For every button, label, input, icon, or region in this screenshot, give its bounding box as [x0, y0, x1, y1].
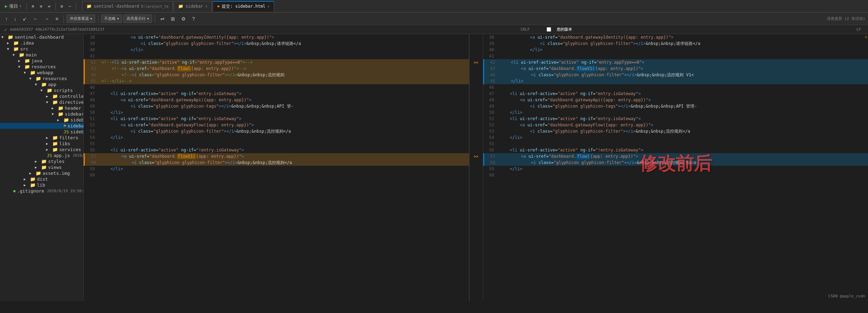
resources2-label: resources	[43, 76, 67, 81]
diff-pane-left[interactable]: 38 <a ui-sref="dashboard.gatewayIdentity…	[84, 34, 469, 301]
sidebar-item-gitignore[interactable]: ▶ ● .gitignore 2020/8/19 19:50:	[0, 188, 83, 194]
libs-arrow: ▶	[46, 142, 51, 146]
sidebar-item-dist[interactable]: ▶ 📁 dist	[0, 176, 83, 182]
settings-btn[interactable]: ⚙	[179, 15, 188, 23]
version-checkbox[interactable]	[547, 27, 551, 32]
tab-sidebar[interactable]: 📁 sidebar ×	[174, 1, 212, 11]
ignore-btn[interactable]: 不忽略 ▾	[101, 15, 122, 23]
icon-swap[interactable]: ⇌	[46, 3, 52, 9]
line-40-left: 40 </li>	[84, 47, 469, 53]
sidebar-item-sidebar-search[interactable]: ▶ 📁 sidebar-search	[0, 117, 83, 123]
tab-sentinel-folder[interactable]: 📁 sentinel-dashboard D:\project_te	[82, 1, 173, 11]
gutter-57[interactable]: >>	[474, 153, 478, 159]
merge-viewer-btn[interactable]: 并排查看器 ▾	[67, 15, 95, 23]
sidebar-item-styles[interactable]: ▶ 📁 styles	[0, 158, 83, 164]
sidebar-item-services[interactable]: ▶ 📁 services	[0, 147, 83, 152]
grid-btn[interactable]: ⊞	[168, 15, 177, 23]
project-dropdown-icon: ▾	[20, 4, 22, 8]
gutter-arrow-42: >>	[474, 60, 478, 65]
tab-sidebar-html[interactable]: ⚑ 提交: sidebar.html ×	[213, 1, 274, 11]
sj-label: sidebar.js	[70, 129, 84, 134]
sidebar-item-sidebar[interactable]: ▼ 📁 sidebar	[0, 111, 83, 117]
tab-close-file[interactable]: ×	[267, 5, 269, 8]
lib-arrow: ▶	[24, 183, 29, 187]
line-40-right: 40 </li>	[483, 47, 868, 53]
tab-close-sidebar[interactable]: ×	[205, 5, 207, 8]
icon-add[interactable]: ⊕	[30, 3, 36, 9]
views-icon: 📁	[41, 165, 47, 170]
idea-arrow: ▶	[7, 41, 12, 45]
arrow-menu-btn[interactable]: ≡	[53, 15, 61, 23]
header-arrow: ▶	[52, 106, 56, 110]
sidebar-item-filters[interactable]: ▶ 📁 filters	[0, 135, 83, 141]
webapp-icon: 📁	[30, 70, 36, 75]
top-bar: ▶ 项目 ▾ ⊕ ≡ ⇌ ⚙ — 📁 sentinel-dashboard D:…	[0, 0, 868, 13]
arrow-right-btn[interactable]: →	[42, 15, 52, 23]
sidebar-item-assets[interactable]: ▶ 📁 assets.img	[0, 170, 83, 176]
file-hash-text: dab6581937 48b24770c212af1b807ddd3188523…	[10, 27, 105, 32]
views-label: views	[48, 165, 62, 170]
highlight-btn[interactable]: 高亮显示行 ▾	[123, 15, 152, 23]
swap-btn[interactable]: ⇌	[158, 15, 167, 23]
line-60-left: 60	[84, 172, 469, 178]
styles-label: styles	[48, 159, 64, 164]
diff-area: 38 <a ui-sref="dashboard.gatewayIdentity…	[84, 34, 868, 301]
lib-icon: 📁	[30, 182, 36, 188]
line-38-left: 38 <a ui-sref="dashboard.gatewayIdentity…	[84, 34, 469, 40]
sidebar-item-lib[interactable]: ▶ 📁 lib	[0, 182, 83, 188]
directives-icon: 📁	[52, 100, 58, 105]
sidebar-item-src[interactable]: ▼ 📁 src	[0, 46, 83, 52]
html-tab-icon: ⚑	[217, 4, 220, 9]
line-57-left: 57 <a ui-sref="dashboard.flowV1({app: en…	[84, 153, 469, 159]
icon-list[interactable]: ≡	[38, 3, 44, 9]
separator-3	[76, 3, 76, 10]
line-55-right: 55	[483, 141, 868, 147]
sidebar-item-root[interactable]: ▼ 📁 sentinel-dashboard	[0, 34, 83, 40]
icon-minimize[interactable]: —	[67, 3, 73, 9]
help-btn[interactable]: ?	[190, 15, 197, 23]
sidebar-item-java[interactable]: ▶ 📁 java	[0, 58, 83, 64]
diff-gutter-middle: >> >>	[469, 34, 483, 301]
project-menu[interactable]: ▶ 项目 ▾	[3, 2, 24, 10]
no-diff-text: 没有差异 (2 非活动)	[827, 16, 865, 21]
arrow-prev-btn[interactable]: ↙	[20, 15, 29, 23]
sidebar-item-directives[interactable]: ▼ 📁 directives	[0, 99, 83, 105]
views-arrow: ▶	[35, 165, 40, 169]
line-43-left: 43 <!--<a ui-sref="dashboard.flow({app: …	[84, 65, 469, 72]
sidebar-item-app[interactable]: ▼ 📁 app	[0, 81, 83, 87]
line-53-left: 53 <i class="glyphicon glyphicon-filter"…	[84, 128, 469, 134]
main-layout: ▼ 📁 sentinel-dashboard ▶ 📁 .idea ▼ 📁 src…	[0, 34, 868, 301]
gutter-42[interactable]: >>	[474, 59, 478, 65]
sidebar-item-app-js[interactable]: ▶ JS app.js 2020/8/19 19:50:	[0, 152, 83, 158]
sidebar-item-resources[interactable]: ▼ 📁 resources	[0, 64, 83, 70]
appjs-meta: 2020/8/19 19:50:	[73, 153, 84, 158]
tb-sep-1	[63, 15, 64, 22]
arrow-down-btn[interactable]: ↓	[12, 15, 19, 23]
sidebar-item-sidebar-html[interactable]: ▶ ⚑ sidebar.html 2020/8/2	[0, 123, 83, 129]
sidebar-item-resources2[interactable]: ▼ 📁 resources	[0, 76, 83, 81]
sidebar-item-header[interactable]: ▶ 📁 header	[0, 105, 83, 111]
filters-label: filters	[59, 135, 78, 140]
lib-label: lib	[37, 182, 45, 188]
main-arrow: ▼	[13, 53, 17, 57]
diff-pane-right[interactable]: 修改前后 CSDN @apple_csdn ⚠ 38 <a ui-sref="d…	[483, 34, 868, 301]
arrow-up-btn[interactable]: ↑	[3, 15, 10, 23]
sidebar-item-idea[interactable]: ▶ 📁 .idea	[0, 40, 83, 46]
src-label: src	[20, 46, 28, 52]
line-44-right: 44 <i class="glyphicon glyphicon-filter"…	[483, 72, 868, 78]
highlight-dropdown-icon: ▾	[147, 17, 149, 21]
sidebar-item-libs[interactable]: ▶ 📁 libs	[0, 141, 83, 147]
sidebar-item-sidebar-js[interactable]: ▶ JS sidebar.js 2020/8/20	[0, 129, 83, 135]
icon-settings[interactable]: ⚙	[59, 3, 65, 9]
line-42-right: 42 <li ui-sref-active="active" ng-if="en…	[483, 59, 868, 65]
line-52-right: 52 <a ui-sref="dashboard.gatewayFlow({ap…	[483, 122, 868, 128]
arrow-left-btn[interactable]: ←	[31, 15, 40, 23]
sidebar-folder-icon: 📁	[58, 111, 63, 117]
sidebar-item-scripts[interactable]: ▼ 📁 scripts	[0, 87, 83, 93]
dist-icon: 📁	[30, 177, 36, 182]
sidebar-item-webapp[interactable]: ▼ 📁 webapp	[0, 70, 83, 76]
sidebar-item-controllers[interactable]: ▶ 📁 controllers	[0, 93, 83, 99]
sidebar-item-main[interactable]: ▼ 📁 main	[0, 52, 83, 58]
tab-area: 📁 sentinel-dashboard D:\project_te 📁 sid…	[82, 1, 274, 11]
sidebar-item-views[interactable]: ▶ 📁 views	[0, 164, 83, 170]
